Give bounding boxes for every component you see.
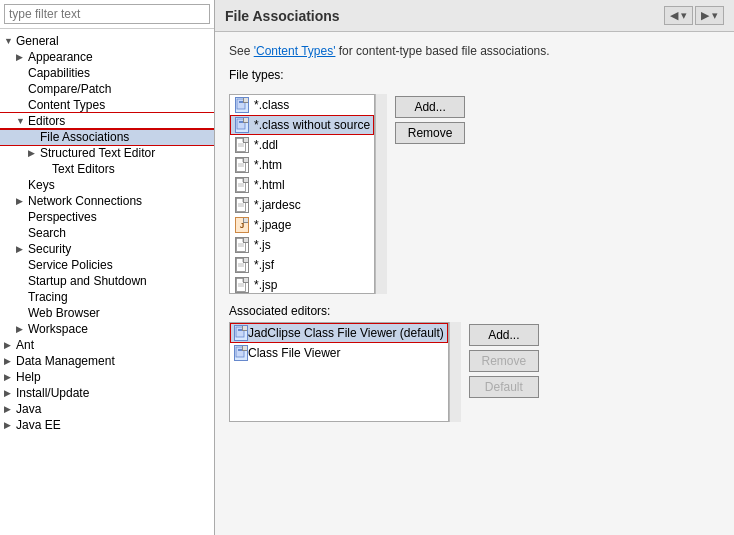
svg-rect-4 <box>237 139 246 152</box>
file-types-side-buttons: Add... Remove <box>395 94 465 294</box>
file-types-section: File types: *.class*.class without sourc… <box>229 68 720 294</box>
tree-label-data-management: Data Management <box>16 354 214 368</box>
tree-label-install-update: Install/Update <box>16 386 214 400</box>
tree-item-help[interactable]: ▶Help <box>0 369 214 385</box>
tree-item-search[interactable]: Search <box>0 225 214 241</box>
tree-item-service-policies[interactable]: Service Policies <box>0 257 214 273</box>
svg-rect-1 <box>239 101 243 103</box>
tree-item-capabilities[interactable]: Capabilities <box>0 65 214 81</box>
tree-item-ant[interactable]: ▶Ant <box>0 337 214 353</box>
svg-rect-0 <box>237 99 245 109</box>
tree-item-text-editors[interactable]: Text Editors <box>0 161 214 177</box>
main-container: ▼General▶AppearanceCapabilitiesCompare/P… <box>0 0 734 535</box>
file-type-item-class[interactable]: *.class <box>230 95 374 115</box>
svg-rect-31 <box>238 349 242 351</box>
tree-item-perspectives[interactable]: Perspectives <box>0 209 214 225</box>
file-type-icon <box>234 157 250 173</box>
tree-item-file-associations[interactable]: File Associations <box>0 129 214 145</box>
file-type-item-ddl[interactable]: *.ddl <box>230 135 374 155</box>
file-type-icon <box>234 137 250 153</box>
tree-item-network-connections[interactable]: ▶Network Connections <box>0 193 214 209</box>
nav-forward-button[interactable]: ▶ ▾ <box>695 6 724 25</box>
tree-item-security[interactable]: ▶Security <box>0 241 214 257</box>
file-type-item-htm[interactable]: *.htm <box>230 155 374 175</box>
tree-item-startup-shutdown[interactable]: Startup and Shutdown <box>0 273 214 289</box>
tree-item-content-types[interactable]: Content Types <box>0 97 214 113</box>
tree-item-web-browser[interactable]: Web Browser <box>0 305 214 321</box>
file-types-add-button[interactable]: Add... <box>395 96 465 118</box>
tree-item-compare-patch[interactable]: Compare/Patch <box>0 81 214 97</box>
tree-label-startup-shutdown: Startup and Shutdown <box>28 274 214 288</box>
file-types-list[interactable]: *.class*.class without source*.ddl*.htm*… <box>229 94 375 294</box>
file-type-icon <box>234 345 248 361</box>
tree-label-ant: Ant <box>16 338 214 352</box>
tree-item-editors[interactable]: ▼Editors <box>0 113 214 129</box>
description-text: See <box>229 44 254 58</box>
tree-label-tracing: Tracing <box>28 290 214 304</box>
tree-item-keys[interactable]: Keys <box>0 177 214 193</box>
tree-item-data-management[interactable]: ▶Data Management <box>0 353 214 369</box>
svg-rect-30 <box>236 347 244 357</box>
file-type-item-js[interactable]: *.js <box>230 235 374 255</box>
tree-arrow-data-management: ▶ <box>4 356 16 366</box>
tree-item-workspace[interactable]: ▶Workspace <box>0 321 214 337</box>
file-type-item-jsp[interactable]: *.jsp <box>230 275 374 294</box>
assoc-default-button[interactable]: Default <box>469 376 539 398</box>
description: See 'Content Types' for content-type bas… <box>229 44 720 58</box>
tree-item-install-update[interactable]: ▶Install/Update <box>0 385 214 401</box>
tree-item-structured-text-editor[interactable]: ▶Structured Text Editor <box>0 145 214 161</box>
file-type-icon <box>234 197 250 213</box>
file-type-item-jpage[interactable]: J*.jpage <box>230 215 374 235</box>
file-type-item-jardesc[interactable]: *.jardesc <box>230 195 374 215</box>
file-type-label: *.jpage <box>254 218 291 232</box>
tree-item-appearance[interactable]: ▶Appearance <box>0 49 214 65</box>
tree-label-file-associations: File Associations <box>40 130 214 144</box>
file-type-label: *.jsp <box>254 278 277 292</box>
svg-rect-10 <box>237 179 246 192</box>
tree-item-java[interactable]: ▶Java <box>0 401 214 417</box>
assoc-editor-item-jadclipse[interactable]: JadClipse Class File Viewer (default) <box>230 323 448 343</box>
assoc-side-buttons: Add... Remove Default <box>469 322 539 422</box>
tree-arrow-java-ee: ▶ <box>4 420 16 430</box>
file-types-remove-button[interactable]: Remove <box>395 122 465 144</box>
file-type-item-jsf[interactable]: *.jsf <box>230 255 374 275</box>
nav-back-button[interactable]: ◀ ▾ <box>664 6 693 25</box>
tree-arrow-editors: ▼ <box>16 116 28 126</box>
svg-rect-7 <box>237 159 246 172</box>
file-type-label: *.class without source <box>254 118 370 132</box>
tree-item-java-ee[interactable]: ▶Java EE <box>0 417 214 433</box>
tree-item-general[interactable]: ▼General <box>0 33 214 49</box>
tree-label-structured-text-editor: Structured Text Editor <box>40 146 214 160</box>
content-types-link[interactable]: 'Content Types' <box>254 44 336 58</box>
file-types-scroll-wrap: *.class*.class without source*.ddl*.htm*… <box>229 94 387 294</box>
nav-buttons: ◀ ▾ ▶ ▾ <box>664 6 724 25</box>
file-type-label: *.class <box>254 98 289 112</box>
file-type-label: *.jardesc <box>254 198 301 212</box>
left-panel: ▼General▶AppearanceCapabilitiesCompare/P… <box>0 0 215 535</box>
tree-item-tracing[interactable]: Tracing <box>0 289 214 305</box>
tree-label-java-ee: Java EE <box>16 418 214 432</box>
file-type-item-class-no-source[interactable]: *.class without source <box>230 115 374 135</box>
file-type-item-html[interactable]: *.html <box>230 175 374 195</box>
associated-editors-list[interactable]: JadClipse Class File Viewer (default)Cla… <box>229 322 449 422</box>
file-types-scrollbar[interactable] <box>375 94 387 294</box>
associated-editors-label: Associated editors: <box>229 304 720 318</box>
assoc-editor-item-class-viewer[interactable]: Class File Viewer <box>230 343 448 363</box>
file-type-icon <box>234 325 248 341</box>
filter-input[interactable] <box>4 4 210 24</box>
assoc-list-with-buttons: JadClipse Class File Viewer (default)Cla… <box>229 322 720 422</box>
tree-arrow-appearance: ▶ <box>16 52 28 62</box>
assoc-scrollbar[interactable] <box>449 322 461 422</box>
svg-rect-2 <box>237 119 245 129</box>
file-type-label: *.js <box>254 238 271 252</box>
right-header: File Associations ◀ ▾ ▶ ▾ <box>215 0 734 32</box>
assoc-remove-button[interactable]: Remove <box>469 350 539 372</box>
tree-label-security: Security <box>28 242 214 256</box>
description-suffix: for content-type based file associations… <box>335 44 549 58</box>
tree-arrow-network-connections: ▶ <box>16 196 28 206</box>
tree-label-general: General <box>16 34 214 48</box>
tree-label-help: Help <box>16 370 214 384</box>
file-type-icon <box>234 177 250 193</box>
page-title: File Associations <box>225 8 340 24</box>
assoc-add-button[interactable]: Add... <box>469 324 539 346</box>
